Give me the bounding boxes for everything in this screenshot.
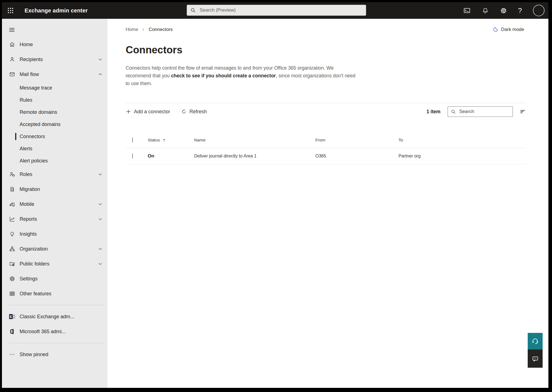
sidebar-nav: Home Recipients Mail flow	[2, 19, 107, 388]
list-toolbar: Add a connector Refresh 1 item	[126, 103, 526, 120]
add-connector-button[interactable]: Add a connector	[126, 109, 170, 115]
gear-icon	[500, 7, 507, 14]
org-chart-icon	[9, 246, 15, 252]
cloud-shell-button[interactable]	[463, 7, 471, 14]
support-button[interactable]	[528, 333, 543, 349]
sidebar-item-label: Message trace	[20, 85, 52, 91]
sidebar-item-label: Home	[20, 42, 33, 48]
connector-to: Partner org	[398, 154, 421, 158]
lightbulb-icon	[9, 231, 15, 237]
mobile-chart-icon	[9, 201, 15, 207]
sidebar-item-migration[interactable]: Migration	[2, 182, 107, 197]
sidebar-item-show-pinned[interactable]: Show pinned	[2, 347, 107, 362]
sidebar-item-label: Classic Exchange adm...	[20, 314, 74, 320]
select-all-checkbox[interactable]	[132, 138, 133, 143]
nav-collapse-button[interactable]	[2, 23, 107, 37]
sidebar-item-rules[interactable]: Rules	[2, 94, 107, 106]
account-avatar[interactable]	[533, 5, 545, 16]
sidebar-item-label: Recipients	[20, 57, 43, 62]
refresh-button[interactable]: Refresh	[181, 109, 207, 115]
table-row[interactable]: On Deliver journal directly to Area 1 O3…	[126, 148, 526, 164]
sidebar-item-label: Rules	[20, 97, 32, 103]
sidebar-item-microsoft-365-admin[interactable]: Microsoft 365 admi...	[2, 324, 107, 339]
page-description: Connectors help control the flow of emai…	[126, 64, 359, 87]
sidebar-item-alerts[interactable]: Alerts	[2, 143, 107, 155]
column-label: From	[315, 138, 325, 143]
global-search-input[interactable]	[199, 7, 363, 13]
sidebar-item-home[interactable]: Home	[2, 37, 107, 52]
sidebar-item-label: Reports	[20, 216, 37, 222]
column-header-status[interactable]: Status	[148, 138, 194, 143]
sidebar-item-label: Roles	[20, 172, 32, 177]
chevron-down-icon	[98, 57, 102, 62]
column-label: To	[398, 138, 403, 143]
app-title: Exchange admin center	[25, 7, 88, 14]
help-button[interactable]: ?	[518, 7, 522, 14]
sidebar-item-classic-exchange-admin[interactable]: E Classic Exchange adm...	[2, 309, 107, 324]
column-header-name[interactable]: Name	[194, 138, 315, 143]
sidebar-item-label: Organization	[20, 246, 48, 252]
global-search-box[interactable]	[187, 5, 366, 16]
column-header-to[interactable]: To	[398, 138, 526, 143]
filter-icon	[519, 108, 526, 115]
app-window: Exchange admin center	[2, 2, 548, 388]
sidebar-item-settings[interactable]: Settings	[2, 271, 107, 286]
gear-icon	[9, 276, 15, 282]
dark-mode-toggle[interactable]: Dark mode	[492, 27, 524, 33]
sidebar-item-label: Insights	[20, 231, 37, 237]
chevron-up-icon	[98, 72, 102, 77]
sidebar-divider	[9, 305, 105, 305]
sidebar-item-recipients[interactable]: Recipients	[2, 52, 107, 67]
sidebar-item-label: Accepted domains	[20, 122, 60, 127]
sidebar-item-message-trace[interactable]: Message trace	[2, 82, 107, 94]
sidebar-item-mail-flow[interactable]: Mail flow	[2, 67, 107, 82]
sidebar-item-label: Migration	[20, 186, 40, 192]
folder-globe-icon	[9, 261, 15, 267]
sidebar-item-label: Alerts	[20, 146, 32, 152]
help-icon: ?	[518, 7, 522, 14]
sidebar-item-accepted-domains[interactable]: Accepted domains	[2, 118, 107, 130]
column-header-from[interactable]: From	[315, 138, 398, 143]
sidebar-item-remote-domains[interactable]: Remote domains	[2, 106, 107, 118]
breadcrumb: Home Connectors Dark mode	[126, 27, 524, 33]
sidebar-item-label: Settings	[20, 276, 38, 282]
mail-icon	[9, 71, 15, 77]
list-search-box[interactable]	[448, 106, 513, 117]
sidebar-item-connectors[interactable]: Connectors	[2, 130, 107, 143]
app-launcher-button[interactable]	[2, 2, 19, 19]
search-icon	[451, 109, 456, 114]
sidebar-item-label: Mail flow	[20, 72, 39, 77]
chevron-down-icon	[98, 217, 102, 221]
sidebar-item-label: Connectors	[20, 134, 45, 140]
feedback-button[interactable]	[528, 349, 543, 368]
connector-status: On	[148, 153, 154, 159]
refresh-icon	[181, 109, 187, 114]
connector-name-link[interactable]: Deliver journal directly to Area 1	[194, 154, 257, 158]
notifications-button[interactable]	[482, 7, 489, 14]
settings-button[interactable]	[500, 7, 507, 14]
person-settings-icon	[9, 171, 15, 177]
row-checkbox[interactable]	[132, 154, 133, 159]
table-grid-icon	[9, 291, 15, 297]
breadcrumb-home-link[interactable]: Home	[126, 27, 138, 32]
sidebar-item-alert-policies[interactable]: Alert policies	[2, 155, 107, 167]
document-sync-icon	[9, 186, 15, 192]
sidebar-item-reports[interactable]: Reports	[2, 212, 107, 227]
filter-button[interactable]	[519, 108, 526, 115]
sidebar-item-mobile[interactable]: Mobile	[2, 197, 107, 212]
floating-actions	[528, 333, 543, 368]
sidebar-item-organization[interactable]: Organization	[2, 241, 107, 256]
chevron-down-icon	[98, 172, 102, 177]
breadcrumb-separator-icon	[141, 28, 145, 31]
sidebar-item-label: Mobile	[20, 201, 34, 207]
chat-bubble-icon	[532, 355, 539, 362]
breadcrumb-current: Connectors	[149, 27, 173, 32]
sidebar-item-insights[interactable]: Insights	[2, 227, 107, 241]
sidebar-item-roles[interactable]: Roles	[2, 167, 107, 182]
sidebar-item-other-features[interactable]: Other features	[2, 286, 107, 301]
connector-from: O365	[315, 154, 326, 158]
list-search-input[interactable]	[459, 109, 510, 115]
person-icon	[9, 56, 15, 62]
sidebar-item-public-folders[interactable]: Public folders	[2, 256, 107, 271]
sidebar-item-label: Alert policies	[20, 158, 48, 164]
